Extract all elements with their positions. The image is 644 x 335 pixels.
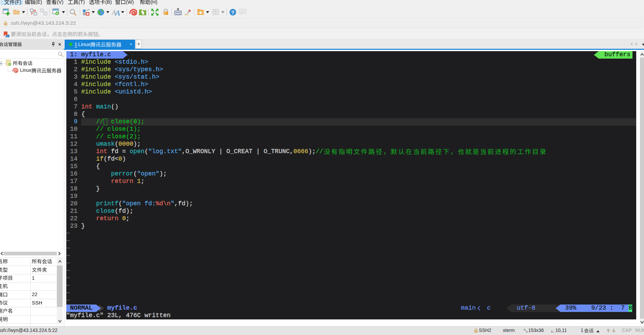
svg-text:?: ? (231, 9, 234, 15)
svg-text:A: A (114, 8, 120, 16)
